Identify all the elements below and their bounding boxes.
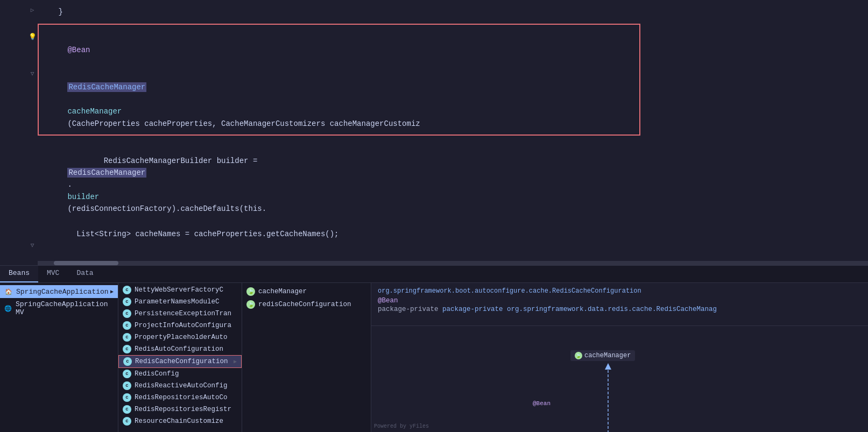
bean-label: ParameterNamesModuleC [135, 298, 220, 306]
diagram-svg [371, 326, 868, 432]
code-token: (redisConnectionFactory).cacheDefaults(t… [67, 204, 266, 213]
code-line [0, 18, 868, 31]
code-content: List<String> cacheNames = cachePropertie… [38, 228, 868, 240]
bean-icon: c [123, 333, 131, 342]
bean-label: NettyWebServerFactoryC [135, 286, 223, 294]
code-content: RedisCacheManager cacheManager (CachePro… [38, 69, 868, 141]
method-token: builder [67, 193, 99, 201]
node-icon: 🍃 [575, 352, 582, 359]
bean-item[interactable]: c RedisConfig [118, 368, 242, 380]
bean-icon: c [123, 370, 131, 378]
tab-data[interactable]: Data [68, 266, 102, 282]
info-panel: org.springframework.boot.autoconfigure.c… [371, 283, 868, 326]
bean-arrow-icon: ▶ [234, 358, 237, 365]
gutter-icons: ▷ [27, 6, 38, 16]
bean-label: RedisCacheConfiguration [135, 358, 228, 365]
beans-column: c NettyWebServerFactoryC c ParameterName… [118, 283, 242, 432]
bean-label: RedisRepositoriesRegistr [135, 406, 231, 413]
gutter-icons: ▽ [27, 241, 38, 251]
selected-beans-column: 🍃 cacheManager 🍃 redisCacheConfiguration [242, 283, 371, 432]
code-content: RedisCacheManagerBuilder builder = Redis… [38, 143, 868, 227]
type-info-text: package-private [378, 306, 442, 313]
class-path: org.springframework.boot.autoconfigure.c… [378, 287, 862, 295]
bean-label: ResourceChainCustomize [135, 417, 223, 425]
bean-item-redis-cache-config[interactable]: c RedisCacheConfiguration ▶ [118, 355, 242, 368]
code-content [38, 19, 868, 31]
code-line: ▷ } [0, 5, 868, 18]
code-token: . [67, 180, 72, 189]
code-token: RedisCacheManagerBuilder builder = [67, 157, 262, 165]
bean-item[interactable]: c RedisRepositoriesAutoCo [118, 392, 242, 403]
code-line: List<String> cacheNames = cachePropertie… [0, 228, 868, 240]
context-label: SpringCacheApplication [16, 288, 109, 296]
bean-icon: c [123, 357, 132, 366]
bean-item[interactable]: c ProjectInfoAutoConfigura [118, 320, 242, 331]
context-arrow-icon: ▶ [110, 288, 114, 295]
bean-label: RedisRepositoriesAutoCo [135, 394, 228, 401]
bottom-panel: Beans MVC Data 🏠 SpringCacheApplication … [0, 265, 868, 432]
fold-arrow-icon: ▽ [31, 69, 34, 79]
bean-icon: c [123, 298, 131, 306]
bean-icon: c [123, 405, 131, 414]
powered-by-label: Powered by yFiles [374, 423, 429, 429]
diagram-area: 🍃 cacheManager @Bean 🍃 redisCacheConfigu… [371, 326, 868, 432]
code-token: (CacheProperties cacheProperties, CacheM… [67, 119, 420, 128]
selected-bean-redis-cache-config[interactable]: 🍃 redisCacheConfiguration [242, 298, 371, 311]
gutter-icons: ▽ [27, 69, 38, 79]
bean-item[interactable]: c RedisRepositoriesRegistr [118, 403, 242, 415]
node-label: cacheManager [584, 352, 631, 359]
context-label: SpringCacheApplication MV [16, 300, 114, 316]
bean-icon: c [123, 345, 131, 353]
code-line: ▽ RedisCacheManager cacheManager (CacheP… [0, 69, 868, 142]
tab-mvc[interactable]: MVC [38, 266, 68, 282]
scrollbar-thumb[interactable] [54, 261, 118, 265]
tab-beans[interactable]: Beans [0, 266, 38, 282]
bean-icon: c [123, 417, 131, 426]
code-content: } [38, 6, 868, 18]
annotation-bean: @Bean [67, 46, 90, 54]
bean-label: PersistenceExceptionTran [135, 310, 231, 317]
bean-label: RedisAutoConfiguration [135, 345, 223, 353]
code-content: @Bean [38, 32, 868, 68]
panel-content: 🏠 SpringCacheApplication ▶ 🌐 SpringCache… [0, 283, 868, 432]
selected-bean-cache-manager[interactable]: 🍃 cacheManager [242, 285, 371, 298]
bean-label: ProjectInfoAutoConfigura [135, 322, 231, 329]
diagram-bean-label: @Bean [533, 400, 551, 407]
panel-tabs: Beans MVC Data [0, 266, 868, 283]
bean-icon: c [123, 381, 131, 390]
code-line: RedisCacheManagerBuilder builder = Redis… [0, 142, 868, 228]
bean-label: RedisConfig [135, 370, 179, 378]
code-token: RedisCacheManager [67, 168, 146, 178]
bean-item[interactable]: c NettyWebServerFactoryC [118, 284, 242, 296]
bean-item[interactable]: c ParameterNamesModuleC [118, 296, 242, 308]
bean-item[interactable]: c PropertyPlaceholderAuto [118, 331, 242, 343]
bean-item[interactable]: c PersistenceExceptionTran [118, 308, 242, 320]
horizontal-scrollbar[interactable] [38, 261, 868, 265]
fold-arrow-icon: ▷ [31, 6, 34, 16]
selected-bean-label: cacheManager [258, 288, 307, 295]
diagram-node-cache-manager[interactable]: 🍃 cacheManager [570, 350, 635, 361]
code-token [67, 95, 72, 104]
info-diagram-area: org.springframework.boot.autoconfigure.c… [371, 283, 868, 432]
type-link[interactable]: package-private org.springframework.data… [442, 306, 717, 313]
contexts-column: 🏠 SpringCacheApplication ▶ 🌐 SpringCache… [0, 283, 118, 432]
bean-item[interactable]: c ResourceChainCustomize [118, 415, 242, 427]
bulb-icon[interactable]: 💡 [29, 32, 37, 43]
bean-item[interactable]: c RedisAutoConfiguration [118, 343, 242, 355]
code-line: 💡 @Bean [0, 32, 868, 69]
bean-icon: c [123, 393, 131, 402]
mvc-icon: 🌐 [4, 304, 12, 313]
code-editor: ▷ } 💡 @Bean ▽ RedisCacheManager cacheMan… [0, 0, 868, 265]
type-token: RedisCacheManager [67, 82, 146, 92]
bean-label: RedisReactiveAutoConfig [135, 382, 228, 389]
context-item-mvc[interactable]: 🌐 SpringCacheApplication MV [0, 298, 118, 318]
method-token: cacheManager [67, 107, 122, 116]
leaf-bean-icon: 🍃 [246, 300, 255, 309]
bean-item[interactable]: c RedisReactiveAutoConfig [118, 380, 242, 392]
gutter-icons: 💡 [27, 32, 38, 43]
type-info: package-private package-private org.spri… [378, 306, 862, 313]
bean-annotation: @Bean [378, 297, 862, 304]
bean-icon: c [123, 309, 131, 318]
context-item-spring-cache[interactable]: 🏠 SpringCacheApplication ▶ [0, 285, 118, 298]
leaf-bean-icon: 🍃 [246, 287, 255, 296]
